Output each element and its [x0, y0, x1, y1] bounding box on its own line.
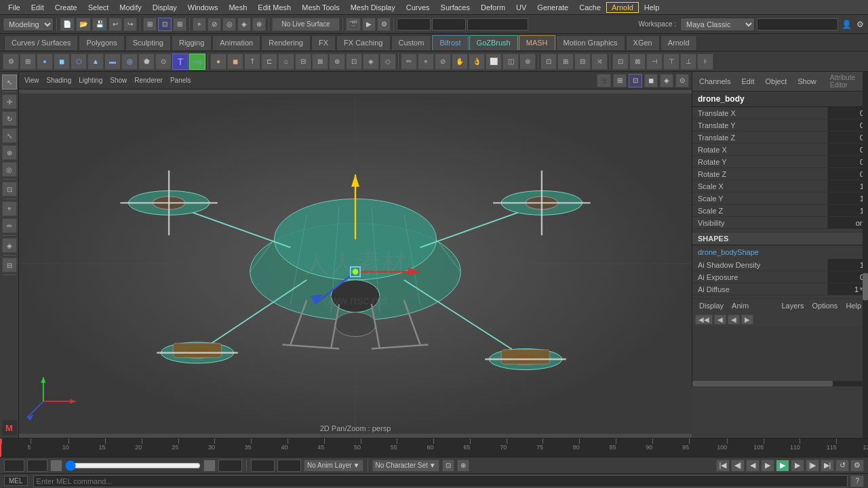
tab-curves-surfaces[interactable]: Curves / Surfaces — [4, 35, 78, 50]
menu-mesh-tools[interactable]: Mesh Tools — [296, 2, 344, 13]
render-btn[interactable]: 🎬 — [346, 18, 361, 31]
shelf-fill-icon[interactable]: ⊡ — [346, 54, 362, 70]
shelf-cylinder-icon[interactable]: ⬡ — [71, 54, 87, 70]
tab-fx-caching[interactable]: FX Caching — [336, 35, 390, 50]
select-by-hierarchy-btn[interactable]: ⊞ — [143, 18, 157, 31]
menu-deform[interactable]: Deform — [475, 2, 511, 13]
shelf-offset-loop-icon[interactable]: ⊠ — [312, 54, 328, 70]
menu-mesh[interactable]: Mesh — [223, 2, 252, 13]
menu-modify[interactable]: Modify — [114, 2, 146, 13]
mode-select[interactable]: Modeling — [3, 18, 54, 31]
menu-edit[interactable]: Edit — [26, 2, 50, 13]
menu-edit-mesh[interactable]: Edit Mesh — [252, 2, 296, 13]
settings-icon[interactable]: ⚙ — [855, 20, 865, 29]
snap-curve-btn[interactable]: ⊞ — [173, 18, 186, 31]
shelf-sel-constraint-icon[interactable]: ⊡ — [612, 54, 629, 70]
current-frame-input2[interactable]: 1 — [27, 460, 47, 472]
viewport-canvas[interactable]: 人人素材 www.rrsc.net 2D Pan/Zoom : persp — [19, 89, 692, 438]
menu-mesh-display[interactable]: Mesh Display — [345, 2, 401, 13]
char-set-icon[interactable]: ⊡ — [442, 460, 454, 472]
shelf-combine-icon[interactable]: ◈ — [363, 54, 379, 70]
rotate-tool-btn[interactable]: ↻ — [2, 111, 17, 126]
vp-renderer-btn[interactable]: Renderer — [132, 76, 165, 85]
ae-nav-first-btn[interactable]: ◀◀ — [695, 314, 713, 325]
shelf-relax-icon[interactable]: ⊘ — [435, 54, 451, 70]
current-frame-input[interactable]: 1 — [4, 460, 24, 472]
range-end2-input[interactable]: 120 — [251, 460, 275, 472]
shelf-settings-icon[interactable]: ⚙ — [3, 54, 19, 70]
shelf-separate-icon[interactable]: ◇ — [380, 54, 396, 70]
play-fwd-btn[interactable]: ▶ — [776, 460, 789, 472]
shelf-quad-draw-icon[interactable]: ⊦ — [697, 54, 713, 70]
shelf-nurbs-cube-icon[interactable]: ◼ — [227, 54, 243, 70]
channel-translate-y[interactable]: Translate Y 0 — [692, 119, 868, 131]
shelf-sphere-icon[interactable]: ● — [37, 54, 53, 70]
tab-fx[interactable]: FX — [311, 35, 336, 50]
show-tab[interactable]: Show — [795, 77, 819, 86]
soft-sel-btn[interactable]: ◎ — [222, 18, 236, 31]
menu-generate[interactable]: Generate — [532, 2, 574, 13]
tab-animation[interactable]: Animation — [212, 35, 260, 50]
display-tab[interactable]: Display — [696, 301, 726, 310]
play-btn[interactable]: ▶ — [761, 460, 774, 472]
shelf-mirror-icon[interactable]: ⊣ — [646, 54, 663, 70]
shelf-grid-icon[interactable]: ⊞ — [20, 54, 36, 70]
render-region-btn[interactable]: ⊟ — [2, 258, 17, 272]
new-scene-btn[interactable]: 📄 — [60, 18, 75, 31]
anim-layer-dropdown[interactable]: No Anim Layer▼ — [304, 460, 363, 472]
shelf-merge-icon[interactable]: ⊕ — [329, 54, 345, 70]
channels-tab[interactable]: Channels — [696, 77, 733, 86]
save-btn[interactable]: 💾 — [92, 18, 107, 31]
shelf-pinch-icon[interactable]: 👌 — [469, 54, 485, 70]
shelf-uv-editor-icon[interactable]: ⊟ — [574, 54, 591, 70]
vp-view-btn[interactable]: View — [22, 76, 42, 85]
show-manip-btn[interactable]: ◈ — [2, 238, 17, 253]
vp-show-btn[interactable]: Show — [107, 76, 130, 85]
tab-xgen[interactable]: XGen — [626, 35, 660, 50]
channel-visibility[interactable]: Visibility on — [692, 217, 868, 229]
lasso-btn[interactable]: ⌖ — [193, 18, 206, 31]
channel-sy-value[interactable]: 1 — [827, 192, 868, 204]
tab-mash[interactable]: MASH — [519, 35, 555, 50]
camera-value-input[interactable]: 0.00 — [397, 18, 431, 30]
vscroll-thumb[interactable] — [863, 273, 868, 300]
cmd-help-btn[interactable]: ? — [850, 475, 864, 487]
channel-ai-diff-value[interactable]: 1▼ — [827, 283, 868, 295]
edit-tab[interactable]: Edit — [738, 77, 757, 86]
tab-custom[interactable]: Custom — [391, 35, 432, 50]
channel-translate-z[interactable]: Translate Z 0 — [692, 131, 868, 144]
tab-gozbrush[interactable]: GoZBrush — [469, 35, 518, 50]
channel-rx-value[interactable]: 0 — [827, 144, 868, 155]
menu-file[interactable]: File — [3, 2, 26, 13]
tab-arnold[interactable]: Arnold — [660, 35, 697, 50]
channel-vis-value[interactable]: on — [827, 217, 868, 228]
vp-grid-btn[interactable]: ⊞ — [613, 74, 627, 87]
channel-ry-value[interactable]: 0 — [827, 156, 868, 167]
channel-translate-x[interactable]: Translate X 0 — [692, 107, 868, 119]
play-next-key-btn[interactable]: |▶ — [806, 460, 819, 472]
time-slider[interactable] — [65, 460, 201, 471]
right-panel-hscrollbar[interactable]: ▶ — [692, 381, 868, 386]
slider-end-btn[interactable] — [203, 460, 216, 472]
shelf-cube-icon[interactable]: ◼ — [54, 54, 70, 70]
char-set-dropdown[interactable]: No Character Set▼ — [372, 460, 439, 472]
shelf-bevel-icon[interactable]: ⌂ — [278, 54, 294, 70]
shelf-grab-icon[interactable]: ✋ — [452, 54, 468, 70]
layers-tab[interactable]: Layers — [778, 301, 806, 310]
menu-curves[interactable]: Curves — [401, 2, 435, 13]
channel-ai-exposure[interactable]: Ai Exposure 0 — [692, 271, 868, 283]
ae-nav-prev-btn[interactable]: ◀ — [714, 314, 726, 325]
paint-sel-btn[interactable]: ✏ — [2, 218, 17, 233]
open-btn[interactable]: 📂 — [76, 18, 91, 31]
shelf-cone-icon[interactable]: ▲ — [87, 54, 104, 70]
shelf-transfer-attr-icon[interactable]: ⤮ — [591, 54, 608, 70]
object-name-input[interactable]: drone_body — [757, 18, 838, 30]
shelf-torus-icon[interactable]: ◎ — [121, 54, 138, 70]
shelf-svg-icon[interactable]: svg — [189, 54, 205, 70]
universal-manip-btn[interactable]: ⊕ — [2, 145, 17, 160]
shelf-flatten-icon[interactable]: ⬜ — [486, 54, 502, 70]
ipr-btn[interactable]: ▶ — [362, 18, 376, 31]
channel-ai-exp-value[interactable]: 0 — [827, 271, 868, 283]
workspace-select[interactable]: Maya Classic — [680, 18, 755, 31]
shelf-pipe-icon[interactable]: ⊙ — [155, 54, 172, 70]
